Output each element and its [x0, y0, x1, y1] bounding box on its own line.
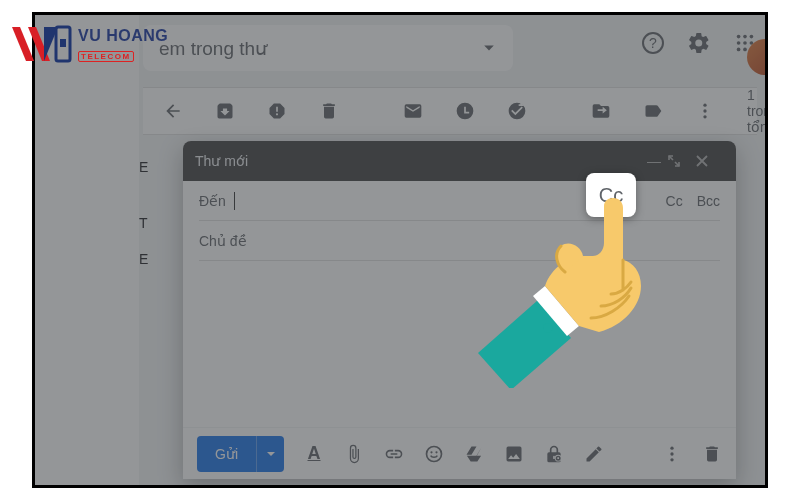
spam-icon[interactable] [267, 101, 287, 121]
compose-toolbar: Gửi A [183, 427, 736, 479]
confidential-icon[interactable] [544, 444, 564, 464]
logo-mark [10, 25, 72, 65]
pointing-hand-icon [473, 198, 653, 388]
formatting-icon[interactable]: A [304, 444, 324, 464]
signature-icon[interactable] [584, 444, 604, 464]
back-arrow-icon[interactable] [163, 101, 183, 121]
send-options-caret[interactable] [256, 436, 284, 472]
svg-point-21 [670, 452, 673, 455]
cc-bcc-options: Cc Bcc [666, 193, 720, 209]
discard-icon[interactable] [702, 444, 722, 464]
move-to-icon[interactable] [591, 101, 611, 121]
send-button-label: Gửi [197, 436, 256, 472]
svg-point-8 [743, 41, 747, 45]
brand-sub: TELECOM [78, 51, 134, 62]
fullscreen-icon[interactable] [668, 155, 696, 167]
brand-name: VU HOANG [78, 27, 168, 45]
drive-icon[interactable] [464, 444, 484, 464]
compose-more-icon[interactable] [662, 444, 682, 464]
top-icons: ? [641, 31, 757, 55]
pager-text: 1 trong tổng [747, 87, 768, 135]
svg-point-10 [737, 48, 741, 52]
left-stray-char-3: E [139, 251, 148, 267]
top-row: em trong thư ? [139, 25, 765, 73]
svg-rect-1 [60, 39, 66, 47]
svg-point-6 [750, 35, 754, 39]
svg-point-23 [543, 323, 553, 333]
subject-placeholder: Chủ đề [199, 233, 247, 249]
svg-point-7 [737, 41, 741, 45]
labels-icon[interactable] [643, 101, 663, 121]
snooze-icon[interactable] [455, 101, 475, 121]
screenshot-frame: em trong thư ? [32, 12, 768, 488]
emoji-icon[interactable] [424, 444, 444, 464]
delete-icon[interactable] [319, 101, 339, 121]
svg-point-4 [737, 35, 741, 39]
gear-icon[interactable] [687, 31, 711, 55]
mark-unread-icon[interactable] [403, 101, 423, 121]
search-box[interactable]: em trong thư [143, 25, 513, 71]
svg-point-20 [670, 446, 673, 449]
send-button[interactable]: Gửi [197, 436, 284, 472]
more-icon[interactable] [695, 101, 715, 121]
left-stray-char-2: T [139, 215, 148, 231]
close-icon[interactable] [696, 155, 724, 167]
svg-text:?: ? [649, 35, 657, 51]
mail-toolbar: 1 trong tổng [143, 87, 757, 135]
svg-point-18 [435, 451, 437, 453]
link-icon[interactable] [384, 444, 404, 464]
compose-title: Thư mới [195, 153, 640, 169]
help-icon[interactable]: ? [641, 31, 665, 55]
compose-window: Thư mới — Đến Cc Bcc [183, 141, 736, 479]
to-label: Đến [199, 193, 226, 209]
bcc-toggle[interactable]: Bcc [697, 193, 720, 209]
gmail-app-area: em trong thư ? [139, 15, 765, 485]
minimize-icon[interactable]: — [640, 153, 668, 169]
logo-text: VU HOANG TELECOM [78, 27, 168, 63]
svg-point-17 [430, 451, 432, 453]
svg-point-5 [743, 35, 747, 39]
svg-point-14 [703, 109, 706, 112]
svg-point-16 [427, 446, 442, 461]
text-cursor [234, 192, 235, 210]
insert-photo-icon[interactable] [504, 444, 524, 464]
attach-icon[interactable] [344, 444, 364, 464]
brand-logo: VU HOANG TELECOM [10, 20, 190, 70]
compose-header[interactable]: Thư mới — [183, 141, 736, 181]
compose-body[interactable] [183, 261, 736, 427]
archive-icon[interactable] [215, 101, 235, 121]
compose-fields: Đến Cc Bcc Chủ đề [183, 181, 736, 261]
cc-toggle[interactable]: Cc [666, 193, 683, 209]
left-stray-char: E [139, 159, 148, 175]
search-options-caret[interactable] [483, 42, 495, 54]
svg-point-15 [703, 115, 706, 118]
svg-point-13 [703, 104, 706, 107]
svg-point-11 [743, 48, 747, 52]
svg-point-22 [670, 458, 673, 461]
add-task-icon[interactable] [507, 101, 527, 121]
